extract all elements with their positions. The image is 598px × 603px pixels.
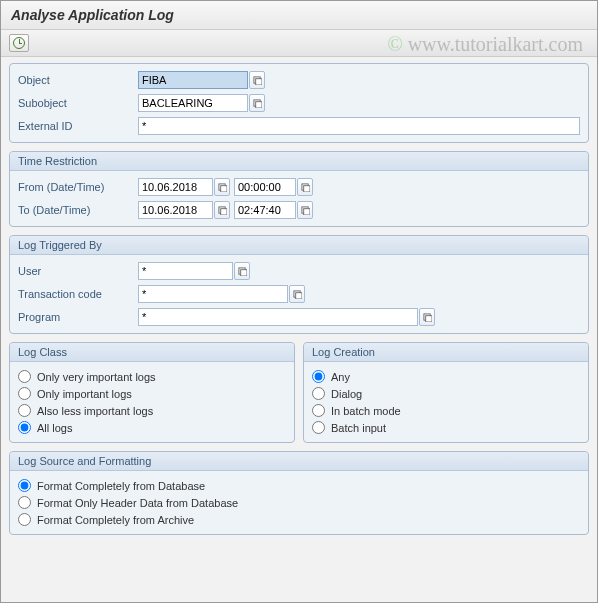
radio-label: Dialog — [331, 388, 362, 400]
svg-rect-5 — [220, 185, 226, 191]
radio-label: Format Completely from Database — [37, 480, 205, 492]
to-label: To (Date/Time) — [18, 204, 138, 216]
clock-icon — [13, 37, 25, 49]
log-class-radio-less-important[interactable]: Also less important logs — [18, 402, 286, 419]
log-triggered-by-group: Log Triggered By User Transaction code P… — [9, 235, 589, 334]
radio-label: Any — [331, 371, 350, 383]
log-creation-radio-batch-input[interactable]: Batch input — [312, 419, 580, 436]
subobject-input[interactable] — [138, 94, 248, 112]
search-help-icon — [293, 290, 302, 299]
radio-label: Also less important logs — [37, 405, 153, 417]
radio-label: Batch input — [331, 422, 386, 434]
svg-rect-13 — [240, 269, 246, 275]
log-source-format-title: Log Source and Formatting — [10, 452, 588, 471]
svg-rect-7 — [303, 185, 309, 191]
from-date-input[interactable] — [138, 178, 213, 196]
external-id-input[interactable] — [138, 117, 580, 135]
radio-input[interactable] — [312, 370, 325, 383]
tcode-input[interactable] — [138, 285, 288, 303]
to-date-f4-button[interactable] — [214, 201, 230, 219]
radio-label: Only very important logs — [37, 371, 156, 383]
to-time-f4-button[interactable] — [297, 201, 313, 219]
to-time-input[interactable] — [234, 201, 296, 219]
program-label: Program — [18, 311, 138, 323]
svg-rect-15 — [295, 292, 301, 298]
external-id-label: External ID — [18, 120, 138, 132]
program-f4-button[interactable] — [419, 308, 435, 326]
from-label: From (Date/Time) — [18, 181, 138, 193]
log-class-radio-all[interactable]: All logs — [18, 419, 286, 436]
radio-label: Format Only Header Data from Database — [37, 497, 238, 509]
svg-rect-1 — [255, 78, 261, 84]
search-help-icon — [218, 206, 227, 215]
from-time-f4-button[interactable] — [297, 178, 313, 196]
radio-input[interactable] — [18, 387, 31, 400]
log-triggered-by-title: Log Triggered By — [10, 236, 588, 255]
tcode-label: Transaction code — [18, 288, 138, 300]
subobject-f4-button[interactable] — [249, 94, 265, 112]
svg-rect-3 — [255, 101, 261, 107]
log-creation-radio-batch[interactable]: In batch mode — [312, 402, 580, 419]
log-creation-title: Log Creation — [304, 343, 588, 362]
svg-rect-17 — [425, 315, 431, 321]
radio-input[interactable] — [18, 404, 31, 417]
user-input[interactable] — [138, 262, 233, 280]
log-class-title: Log Class — [10, 343, 294, 362]
to-date-input[interactable] — [138, 201, 213, 219]
object-f4-button[interactable] — [249, 71, 265, 89]
radio-input[interactable] — [312, 387, 325, 400]
radio-input[interactable] — [18, 370, 31, 383]
source-radio-db-full[interactable]: Format Completely from Database — [18, 477, 580, 494]
log-class-group: Log Class Only very important logs Only … — [9, 342, 295, 443]
radio-input[interactable] — [312, 404, 325, 417]
source-radio-db-header[interactable]: Format Only Header Data from Database — [18, 494, 580, 511]
search-help-icon — [253, 76, 262, 85]
user-f4-button[interactable] — [234, 262, 250, 280]
time-restriction-title: Time Restriction — [10, 152, 588, 171]
radio-input[interactable] — [18, 513, 31, 526]
radio-input[interactable] — [18, 421, 31, 434]
log-creation-radio-dialog[interactable]: Dialog — [312, 385, 580, 402]
log-class-radio-very-important[interactable]: Only very important logs — [18, 368, 286, 385]
log-source-format-group: Log Source and Formatting Format Complet… — [9, 451, 589, 535]
radio-label: Only important logs — [37, 388, 132, 400]
object-input[interactable] — [138, 71, 248, 89]
radio-input[interactable] — [312, 421, 325, 434]
radio-label: In batch mode — [331, 405, 401, 417]
search-help-icon — [301, 206, 310, 215]
log-class-radio-important[interactable]: Only important logs — [18, 385, 286, 402]
radio-input[interactable] — [18, 496, 31, 509]
toolbar — [1, 30, 597, 57]
program-input[interactable] — [138, 308, 418, 326]
log-creation-radio-any[interactable]: Any — [312, 368, 580, 385]
from-time-input[interactable] — [234, 178, 296, 196]
radio-label: All logs — [37, 422, 72, 434]
tcode-f4-button[interactable] — [289, 285, 305, 303]
execute-button[interactable] — [9, 34, 29, 52]
radio-label: Format Completely from Archive — [37, 514, 194, 526]
search-help-icon — [238, 267, 247, 276]
from-date-f4-button[interactable] — [214, 178, 230, 196]
svg-rect-9 — [220, 208, 226, 214]
time-restriction-group: Time Restriction From (Date/Time) To (Da… — [9, 151, 589, 227]
page-title: Analyse Application Log — [1, 1, 597, 30]
object-label: Object — [18, 74, 138, 86]
search-help-icon — [218, 183, 227, 192]
svg-rect-11 — [303, 208, 309, 214]
search-help-icon — [423, 313, 432, 322]
radio-input[interactable] — [18, 479, 31, 492]
user-label: User — [18, 265, 138, 277]
source-radio-archive[interactable]: Format Completely from Archive — [18, 511, 580, 528]
subobject-label: Subobject — [18, 97, 138, 109]
search-help-icon — [301, 183, 310, 192]
log-creation-group: Log Creation Any Dialog In batch mode Ba… — [303, 342, 589, 443]
basic-selection-group: Object Subobject External ID — [9, 63, 589, 143]
search-help-icon — [253, 99, 262, 108]
